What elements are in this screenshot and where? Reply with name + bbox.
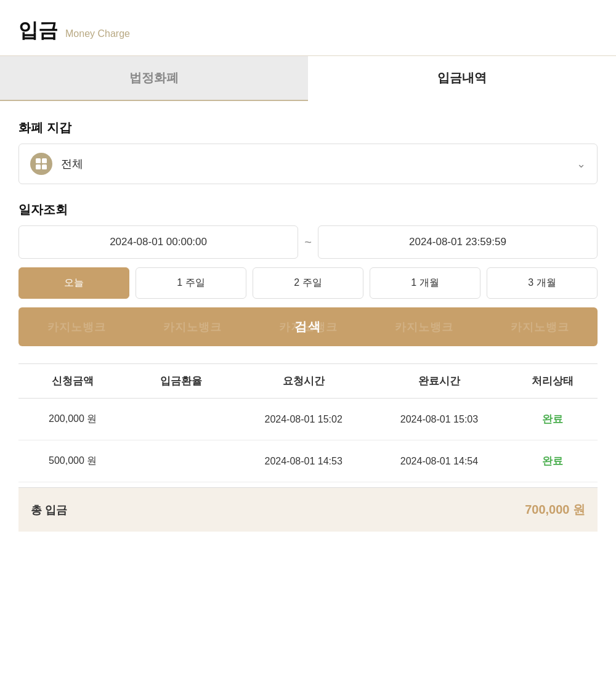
- wallet-section-label: 화폐 지갑: [18, 120, 598, 136]
- svg-rect-1: [42, 158, 47, 163]
- date-range: ~: [18, 225, 598, 259]
- cell-request-time-0: 2024-08-01 15:02: [236, 412, 371, 426]
- cell-status-1: 완료: [507, 454, 598, 468]
- date-separator: ~: [304, 235, 312, 249]
- table-footer: 총 입금 700,000 원: [18, 487, 598, 532]
- table-row: 500,000 원 2024-08-01 14:53 2024-08-01 14…: [18, 440, 598, 482]
- table-row: 200,000 원 2024-08-01 15:02 2024-08-01 15…: [18, 399, 598, 440]
- quick-date-buttons: 오늘 1 주일 2 주일 1 개월 3 개월: [18, 267, 598, 299]
- quick-btn-today[interactable]: 오늘: [18, 267, 129, 299]
- cell-amount-1: 500,000 원: [18, 454, 127, 468]
- col-header-complete-time: 완료시간: [371, 374, 507, 388]
- col-header-request-time: 요청시간: [236, 374, 371, 388]
- main-content: 화폐 지갑 전체 ⌄ 일자조회 ~ 오늘 1 주일: [0, 101, 616, 550]
- date-section-label: 일자조회: [18, 201, 598, 218]
- grid-svg: [34, 157, 48, 171]
- col-header-amount: 신청금액: [18, 374, 127, 388]
- svg-rect-0: [36, 158, 41, 163]
- page-title-main: 입금: [18, 17, 58, 44]
- quick-btn-2weeks[interactable]: 2 주일: [253, 267, 363, 299]
- quick-btn-1week[interactable]: 1 주일: [136, 267, 246, 299]
- tab-history[interactable]: 입금내역: [308, 56, 616, 101]
- cell-rate-1: [127, 454, 235, 468]
- table-header: 신청금액 입금환율 요청시간 완료시간 처리상태: [18, 363, 598, 399]
- page-title-sub: Money Charge: [65, 28, 130, 39]
- chevron-down-icon: ⌄: [577, 157, 586, 171]
- cell-status-0: 완료: [507, 412, 598, 426]
- cell-complete-time-1: 2024-08-01 14:54: [371, 454, 507, 468]
- svg-rect-2: [36, 164, 41, 169]
- col-header-status: 처리상태: [507, 374, 598, 388]
- wallet-grid-icon: [30, 153, 52, 175]
- wallet-selected-value: 전체: [61, 156, 83, 171]
- cell-request-time-1: 2024-08-01 14:53: [236, 454, 371, 468]
- col-header-rate: 입금환율: [127, 374, 235, 388]
- footer-total-value: 700,000 원: [525, 501, 585, 518]
- page-header: 입금 Money Charge: [0, 0, 616, 56]
- quick-btn-3months[interactable]: 3 개월: [487, 267, 598, 299]
- start-date-input[interactable]: [18, 225, 298, 259]
- search-button[interactable]: 카지노뱅크 카지노뱅크 카지노뱅크 카지노뱅크 카지노뱅크 검색: [18, 307, 598, 346]
- tab-bar: 법정화폐 입금내역: [0, 56, 616, 101]
- footer-total-label: 총 입금: [31, 503, 67, 517]
- svg-rect-3: [42, 164, 47, 169]
- cell-complete-time-0: 2024-08-01 15:03: [371, 412, 507, 426]
- quick-btn-1month[interactable]: 1 개월: [370, 267, 480, 299]
- cell-amount-0: 200,000 원: [18, 412, 127, 426]
- cell-rate-0: [127, 412, 235, 426]
- end-date-input[interactable]: [318, 225, 598, 259]
- wallet-dropdown[interactable]: 전체 ⌄: [18, 144, 598, 184]
- tab-fiat[interactable]: 법정화폐: [0, 56, 308, 100]
